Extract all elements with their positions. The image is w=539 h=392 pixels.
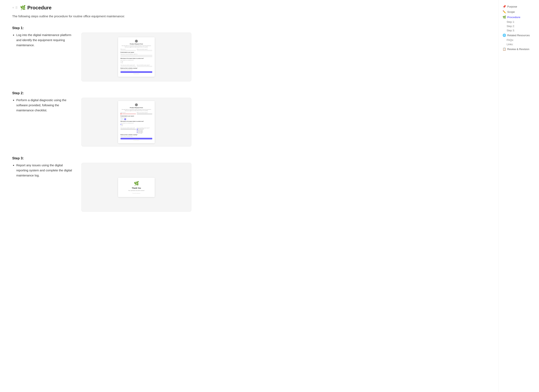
form-title: Product Request Form: [120, 43, 152, 45]
sidebar-label-faqs: FAQs:: [507, 39, 514, 42]
sidebar-label-step2: Step 2:: [507, 25, 515, 28]
sidebar-sub-step1[interactable]: Step 1:: [501, 20, 537, 24]
step-3-image: 🌿 Thank You Your submission has been rec…: [82, 163, 191, 212]
sidebar-label-step1: Step 1:: [507, 21, 515, 24]
form-avatar: [135, 40, 138, 43]
form-desc-2: Got a great idea for a new product or fe…: [120, 109, 152, 111]
step-1-image: Product Request Form Got a great idea fo…: [82, 33, 191, 81]
step-2-content: Perform a digital diagnostic using the s…: [12, 98, 191, 147]
form-mockup-2: Product Request Form Got a great idea fo…: [118, 101, 155, 143]
sidebar-label-related: Related Resources: [507, 34, 530, 37]
step-2-bullet: Perform a digital diagnostic using the s…: [16, 98, 73, 113]
step-2-section: Step 2: Perform a digital diagnostic usi…: [12, 91, 191, 147]
step-3-bullet: Report any issues using the digital repo…: [16, 163, 73, 178]
step-3-title: Step 3:: [12, 156, 191, 160]
sidebar-label-review: Review & Revision: [507, 48, 529, 51]
sidebar-sub-step3[interactable]: Step 3:: [501, 29, 537, 33]
form-row-filled-2: Is this related to an existing product? …: [120, 123, 152, 127]
purpose-icon: 📌: [503, 5, 506, 8]
thank-you-icon: 🌿: [121, 181, 151, 186]
step-1-section: Step 1: Log into the digital maintenance…: [12, 26, 191, 81]
step-1-text: Log into the digital maintenance platfor…: [12, 33, 73, 48]
page-description: The following steps outline the procedur…: [12, 14, 191, 19]
step-3-content: Report any issues using the digital repo…: [12, 163, 191, 212]
form-row-2: Is this related to an existing product? …: [120, 60, 152, 64]
sidebar-label-links: Links:: [507, 43, 513, 46]
thank-you-mockup: 🌿 Thank You Your submission has been rec…: [118, 178, 155, 197]
procedure-sidebar-icon: 🌿: [503, 15, 506, 19]
form-title-2: Product Request Form: [120, 107, 152, 108]
form-row-3: How many users will this request need? H…: [120, 65, 152, 67]
sidebar-item-review[interactable]: 📋 Review & Revision: [501, 47, 537, 52]
form-avatar-2: [135, 103, 138, 106]
form-mockup-1: Product Request Form Got a great idea fo…: [118, 37, 155, 76]
step-1-title: Step 1:: [12, 26, 191, 30]
sidebar-label-step3: Step 3:: [507, 29, 515, 32]
thank-you-subtitle: Your submission has been received.: [121, 190, 151, 191]
procedure-icon: 🌿: [20, 5, 26, 10]
sidebar-item-procedure[interactable]: 🌿 Procedure: [501, 15, 537, 19]
main-content: + ⠿ 🌿 Procedure The following steps outl…: [0, 0, 199, 392]
step-1-bullet: Log into the digital maintenance platfor…: [16, 33, 73, 48]
sidebar-sub-links[interactable]: Links:: [501, 42, 537, 46]
sidebar-item-scope[interactable]: ✏️ Scope: [501, 9, 537, 14]
scope-icon: ✏️: [503, 10, 506, 14]
form-field-type: What is your product request?: [137, 49, 152, 51]
form-row-filled-3: How many users will this request need? H…: [120, 127, 152, 134]
plus-icon[interactable]: +: [12, 6, 14, 10]
sidebar-item-related[interactable]: 🌐 Related Resources: [501, 33, 537, 38]
thank-you-title: Thank You: [121, 187, 151, 189]
step-2-text: Perform a digital diagnostic using the s…: [12, 98, 73, 113]
sidebar-label-procedure: Procedure: [507, 16, 520, 19]
form-submit-btn[interactable]: [120, 71, 152, 73]
sidebar-item-purpose[interactable]: 📌 Purpose: [501, 4, 537, 9]
drag-icon[interactable]: ⠿: [15, 6, 18, 10]
related-icon: 🌐: [503, 33, 506, 37]
sidebar-sub-faqs[interactable]: FAQs:: [501, 38, 537, 42]
form-field-name: Who are you?: [120, 49, 136, 51]
header-controls: + ⠿: [12, 6, 18, 10]
sidebar-label-purpose: Purpose: [507, 5, 517, 8]
step-1-content: Log into the digital maintenance platfor…: [12, 33, 191, 81]
step-3-section: Step 3: Report any issues using the digi…: [12, 156, 191, 212]
sidebar-label-scope: Scope: [507, 10, 515, 14]
page-header: + ⠿ 🌿 Procedure: [12, 5, 191, 11]
sidebar-sub-step2[interactable]: Step 2:: [501, 24, 537, 28]
sidebar: 📌 Purpose ✏️ Scope 🌿 Procedure Step 1: S…: [498, 0, 539, 392]
form-submit-btn-2[interactable]: [120, 138, 152, 139]
step-3-text: Report any issues using the digital repo…: [12, 163, 73, 178]
form-row-1: Who are you? What is your product reques…: [120, 49, 152, 51]
page-title: Procedure: [27, 5, 52, 11]
form-desc: Got a great idea for a new product or fe…: [120, 45, 152, 48]
step-2-image: Product Request Form Got a great idea fo…: [82, 98, 191, 147]
review-icon: 📋: [503, 48, 506, 51]
step-2-title: Step 2:: [12, 91, 191, 95]
form-row-filled-1: Who are you? What is your product reques…: [120, 112, 152, 115]
thank-you-footer: Powered by Typeform: [121, 193, 151, 194]
